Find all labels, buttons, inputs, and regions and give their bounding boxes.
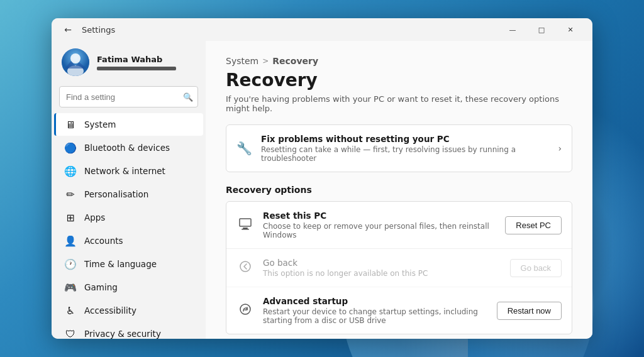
sidebar-item-system[interactable]: 🖥System bbox=[54, 113, 203, 136]
reset-pc-button[interactable]: Reset PC bbox=[505, 216, 562, 234]
avatar bbox=[62, 48, 89, 76]
sidebar-item-gaming[interactable]: 🎮Gaming bbox=[54, 276, 203, 299]
go-back-text: Go backThis option is no longer availabl… bbox=[263, 258, 501, 278]
settings-window: ← Settings — □ ✕ bbox=[52, 18, 592, 339]
sidebar: Fatima Wahab 🔍 🖥System🔵Bluetooth & devic… bbox=[52, 41, 206, 339]
sidebar-item-privacy[interactable]: 🛡Privacy & security bbox=[54, 322, 203, 339]
option-row-advanced-startup: Advanced startupRestart your device to c… bbox=[226, 287, 572, 334]
sidebar-item-label-accounts: Accounts bbox=[84, 236, 123, 246]
sidebar-item-label-network: Network & internet bbox=[84, 166, 165, 176]
window-title: Settings bbox=[82, 25, 498, 35]
breadcrumb: System > Recovery bbox=[226, 56, 572, 66]
personalisation-icon: ✏ bbox=[64, 188, 77, 200]
sidebar-item-accessibility[interactable]: ♿Accessibility bbox=[54, 299, 203, 322]
advanced-startup-button[interactable]: Restart now bbox=[497, 302, 562, 320]
titlebar: ← Settings — □ ✕ bbox=[52, 18, 592, 41]
go-back-button: Go back bbox=[510, 259, 562, 277]
advanced-startup-title: Advanced startup bbox=[263, 296, 488, 306]
time-icon: 🕐 bbox=[64, 258, 77, 270]
back-button[interactable]: ← bbox=[59, 21, 77, 38]
sidebar-item-label-apps: Apps bbox=[84, 212, 105, 222]
advanced-startup-desc: Restart your device to change startup se… bbox=[263, 307, 488, 325]
fix-problems-card[interactable]: 🔧 Fix problems without resetting your PC… bbox=[226, 124, 572, 172]
fix-problems-title: Fix problems without resetting your PC bbox=[261, 134, 549, 144]
apps-icon: ⊞ bbox=[64, 211, 77, 224]
nav-menu: 🖥System🔵Bluetooth & devices🌐Network & in… bbox=[52, 113, 206, 339]
reset-pc-desc: Choose to keep or remove your personal f… bbox=[263, 222, 496, 239]
option-row-reset-pc: Reset this PCChoose to keep or remove yo… bbox=[226, 202, 572, 249]
sidebar-item-accounts[interactable]: 👤Accounts bbox=[54, 229, 203, 252]
svg-point-1 bbox=[70, 53, 80, 63]
fix-problems-icon: 🔧 bbox=[236, 141, 252, 156]
recovery-options-list: Reset this PCChoose to keep or remove yo… bbox=[226, 201, 572, 334]
sidebar-item-label-personalisation: Personalisation bbox=[84, 189, 148, 199]
svg-rect-4 bbox=[243, 228, 248, 229]
reset-pc-icon bbox=[236, 217, 254, 234]
sidebar-item-personalisation[interactable]: ✏Personalisation bbox=[54, 183, 203, 206]
svg-point-6 bbox=[240, 261, 250, 272]
content-area: System > Recovery Recovery If you're hav… bbox=[206, 41, 592, 339]
sidebar-item-network[interactable]: 🌐Network & internet bbox=[54, 160, 203, 182]
sidebar-item-apps[interactable]: ⊞Apps bbox=[54, 206, 203, 229]
svg-rect-3 bbox=[240, 219, 251, 226]
advanced-startup-icon bbox=[236, 302, 254, 319]
close-button[interactable]: ✕ bbox=[556, 18, 585, 41]
sidebar-item-label-time: Time & language bbox=[84, 259, 157, 269]
gaming-icon: 🎮 bbox=[64, 281, 77, 294]
user-account-bar bbox=[97, 67, 176, 70]
sidebar-item-bluetooth[interactable]: 🔵Bluetooth & devices bbox=[54, 136, 203, 159]
advanced-startup-text: Advanced startupRestart your device to c… bbox=[263, 296, 488, 325]
section-title: Recovery options bbox=[226, 185, 572, 195]
maximize-button[interactable]: □ bbox=[527, 18, 556, 41]
sidebar-item-label-gaming: Gaming bbox=[84, 282, 118, 292]
option-row-go-back: Go backThis option is no longer availabl… bbox=[226, 249, 572, 287]
user-profile[interactable]: Fatima Wahab bbox=[52, 41, 206, 86]
search-input[interactable] bbox=[59, 86, 198, 107]
go-back-icon bbox=[236, 260, 254, 277]
breadcrumb-parent: System bbox=[226, 56, 258, 66]
svg-rect-5 bbox=[242, 229, 249, 230]
network-icon: 🌐 bbox=[64, 165, 77, 177]
search-icon: 🔍 bbox=[183, 92, 193, 102]
breadcrumb-separator: > bbox=[262, 57, 269, 65]
sidebar-item-time[interactable]: 🕐Time & language bbox=[54, 253, 203, 275]
accounts-icon: 👤 bbox=[64, 234, 77, 247]
user-info: Fatima Wahab bbox=[97, 55, 196, 70]
breadcrumb-current: Recovery bbox=[272, 56, 318, 66]
page-title: Recovery bbox=[226, 70, 572, 91]
sidebar-item-label-accessibility: Accessibility bbox=[84, 305, 136, 316]
sidebar-item-label-privacy: Privacy & security bbox=[84, 329, 161, 339]
go-back-desc: This option is no longer available on th… bbox=[263, 269, 501, 278]
accessibility-icon: ♿ bbox=[64, 304, 77, 317]
fix-problems-desc: Resetting can take a while — first, try … bbox=[261, 145, 549, 163]
reset-pc-title: Reset this PC bbox=[263, 211, 496, 221]
page-subtitle: If you're having problems with your PC o… bbox=[226, 94, 572, 113]
minimize-button[interactable]: — bbox=[498, 18, 527, 41]
sidebar-item-label-bluetooth: Bluetooth & devices bbox=[84, 143, 170, 153]
svg-point-7 bbox=[240, 304, 250, 314]
go-back-title: Go back bbox=[263, 258, 501, 268]
fix-problems-text: Fix problems without resetting your PC R… bbox=[261, 134, 549, 163]
search-box: 🔍 bbox=[59, 86, 198, 107]
sidebar-item-label-system: System bbox=[84, 119, 116, 129]
reset-pc-text: Reset this PCChoose to keep or remove yo… bbox=[263, 211, 496, 239]
user-name: Fatima Wahab bbox=[97, 55, 196, 64]
bluetooth-icon: 🔵 bbox=[64, 141, 77, 154]
system-icon: 🖥 bbox=[64, 118, 77, 131]
window-controls: — □ ✕ bbox=[498, 18, 585, 41]
fix-problems-arrow: › bbox=[558, 143, 562, 153]
main-layout: Fatima Wahab 🔍 🖥System🔵Bluetooth & devic… bbox=[52, 41, 592, 339]
privacy-icon: 🛡 bbox=[64, 327, 77, 339]
